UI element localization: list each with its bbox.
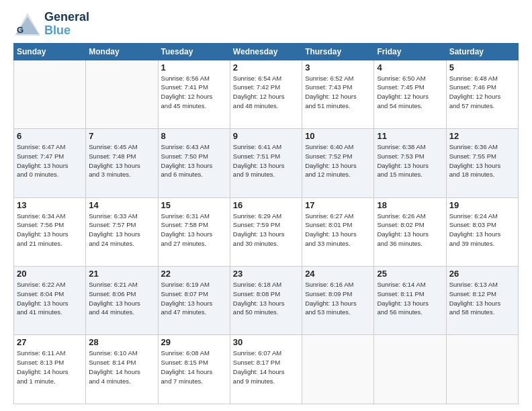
calendar-cell: 27Sunrise: 6:11 AM Sunset: 8:13 PM Dayli… bbox=[14, 335, 86, 404]
calendar-cell: 28Sunrise: 6:10 AM Sunset: 8:14 PM Dayli… bbox=[86, 335, 158, 404]
header: G General Blue bbox=[13, 11, 519, 38]
calendar-cell: 1Sunrise: 6:56 AM Sunset: 7:41 PM Daylig… bbox=[158, 60, 230, 128]
day-info: Sunrise: 6:43 AM Sunset: 7:50 PM Dayligh… bbox=[161, 142, 227, 179]
calendar-cell: 20Sunrise: 6:22 AM Sunset: 8:04 PM Dayli… bbox=[14, 267, 86, 335]
day-number: 16 bbox=[233, 200, 299, 210]
calendar-week-row: 27Sunrise: 6:11 AM Sunset: 8:13 PM Dayli… bbox=[14, 335, 519, 404]
calendar-cell: 16Sunrise: 6:29 AM Sunset: 7:59 PM Dayli… bbox=[230, 197, 302, 266]
day-info: Sunrise: 6:36 AM Sunset: 7:55 PM Dayligh… bbox=[449, 142, 515, 179]
day-info: Sunrise: 6:56 AM Sunset: 7:41 PM Dayligh… bbox=[161, 74, 227, 111]
calendar-cell bbox=[14, 60, 86, 128]
calendar-cell: 23Sunrise: 6:18 AM Sunset: 8:08 PM Dayli… bbox=[230, 267, 302, 335]
weekday-header-tuesday: Tuesday bbox=[158, 43, 230, 60]
day-info: Sunrise: 6:10 AM Sunset: 8:14 PM Dayligh… bbox=[89, 349, 154, 385]
calendar-cell: 15Sunrise: 6:31 AM Sunset: 7:58 PM Dayli… bbox=[158, 197, 230, 266]
calendar-cell: 9Sunrise: 6:41 AM Sunset: 7:51 PM Daylig… bbox=[230, 129, 302, 197]
day-number: 1 bbox=[161, 62, 227, 73]
day-info: Sunrise: 6:13 AM Sunset: 8:12 PM Dayligh… bbox=[449, 280, 515, 317]
day-info: Sunrise: 6:40 AM Sunset: 7:52 PM Dayligh… bbox=[305, 142, 371, 179]
weekday-header-row: SundayMondayTuesdayWednesdayThursdayFrid… bbox=[14, 43, 519, 60]
day-info: Sunrise: 6:33 AM Sunset: 7:57 PM Dayligh… bbox=[89, 212, 154, 248]
calendar-cell: 18Sunrise: 6:26 AM Sunset: 8:02 PM Dayli… bbox=[374, 197, 446, 266]
calendar-week-row: 6Sunrise: 6:47 AM Sunset: 7:47 PM Daylig… bbox=[14, 129, 519, 197]
calendar-cell: 7Sunrise: 6:45 AM Sunset: 7:48 PM Daylig… bbox=[86, 129, 158, 197]
day-info: Sunrise: 6:24 AM Sunset: 8:03 PM Dayligh… bbox=[449, 212, 515, 248]
day-number: 2 bbox=[233, 62, 299, 73]
calendar-cell bbox=[302, 335, 374, 404]
day-number: 21 bbox=[89, 269, 154, 279]
calendar-cell bbox=[86, 60, 158, 128]
svg-text:G: G bbox=[17, 25, 24, 35]
day-info: Sunrise: 6:29 AM Sunset: 7:59 PM Dayligh… bbox=[233, 212, 299, 248]
calendar-cell: 8Sunrise: 6:43 AM Sunset: 7:50 PM Daylig… bbox=[158, 129, 230, 197]
calendar-cell: 29Sunrise: 6:08 AM Sunset: 8:15 PM Dayli… bbox=[158, 335, 230, 404]
logo-blue-text: Blue bbox=[44, 24, 89, 38]
day-info: Sunrise: 6:22 AM Sunset: 8:04 PM Dayligh… bbox=[17, 280, 83, 317]
day-number: 10 bbox=[305, 131, 371, 141]
calendar-week-row: 1Sunrise: 6:56 AM Sunset: 7:41 PM Daylig… bbox=[14, 60, 519, 128]
day-number: 23 bbox=[233, 269, 299, 279]
day-info: Sunrise: 6:34 AM Sunset: 7:56 PM Dayligh… bbox=[17, 212, 83, 248]
day-info: Sunrise: 6:38 AM Sunset: 7:53 PM Dayligh… bbox=[377, 142, 443, 179]
calendar-cell: 24Sunrise: 6:16 AM Sunset: 8:09 PM Dayli… bbox=[302, 267, 374, 335]
day-number: 3 bbox=[305, 62, 371, 73]
day-info: Sunrise: 6:18 AM Sunset: 8:08 PM Dayligh… bbox=[233, 280, 299, 317]
day-number: 18 bbox=[377, 200, 443, 210]
day-info: Sunrise: 6:19 AM Sunset: 8:07 PM Dayligh… bbox=[161, 280, 227, 317]
logo: G General Blue bbox=[13, 11, 89, 38]
day-info: Sunrise: 6:52 AM Sunset: 7:43 PM Dayligh… bbox=[305, 74, 371, 111]
day-number: 7 bbox=[89, 131, 154, 141]
day-number: 6 bbox=[17, 131, 83, 141]
day-number: 9 bbox=[233, 131, 299, 141]
weekday-header-sunday: Sunday bbox=[14, 43, 86, 60]
day-number: 29 bbox=[161, 337, 227, 347]
day-info: Sunrise: 6:45 AM Sunset: 7:48 PM Dayligh… bbox=[89, 142, 154, 179]
weekday-header-monday: Monday bbox=[86, 43, 158, 60]
calendar-cell: 19Sunrise: 6:24 AM Sunset: 8:03 PM Dayli… bbox=[446, 197, 518, 266]
day-info: Sunrise: 6:31 AM Sunset: 7:58 PM Dayligh… bbox=[161, 212, 227, 248]
calendar-cell: 17Sunrise: 6:27 AM Sunset: 8:01 PM Dayli… bbox=[302, 197, 374, 266]
day-number: 25 bbox=[377, 269, 443, 279]
day-number: 11 bbox=[377, 131, 443, 141]
calendar-cell bbox=[374, 335, 446, 404]
calendar-cell: 11Sunrise: 6:38 AM Sunset: 7:53 PM Dayli… bbox=[374, 129, 446, 197]
day-number: 24 bbox=[305, 269, 371, 279]
day-info: Sunrise: 6:50 AM Sunset: 7:45 PM Dayligh… bbox=[377, 74, 443, 111]
day-number: 5 bbox=[449, 62, 515, 73]
calendar-cell: 4Sunrise: 6:50 AM Sunset: 7:45 PM Daylig… bbox=[374, 60, 446, 128]
weekday-header-friday: Friday bbox=[374, 43, 446, 60]
weekday-header-thursday: Thursday bbox=[302, 43, 374, 60]
day-number: 15 bbox=[161, 200, 227, 210]
calendar-cell: 21Sunrise: 6:21 AM Sunset: 8:06 PM Dayli… bbox=[86, 267, 158, 335]
calendar-cell: 22Sunrise: 6:19 AM Sunset: 8:07 PM Dayli… bbox=[158, 267, 230, 335]
calendar-cell: 10Sunrise: 6:40 AM Sunset: 7:52 PM Dayli… bbox=[302, 129, 374, 197]
calendar-cell: 30Sunrise: 6:07 AM Sunset: 8:17 PM Dayli… bbox=[230, 335, 302, 404]
day-number: 14 bbox=[89, 200, 154, 210]
calendar-cell: 13Sunrise: 6:34 AM Sunset: 7:56 PM Dayli… bbox=[14, 197, 86, 266]
logo-general-text: General bbox=[44, 11, 89, 24]
day-number: 17 bbox=[305, 200, 371, 210]
day-info: Sunrise: 6:47 AM Sunset: 7:47 PM Dayligh… bbox=[17, 142, 83, 179]
weekday-header-saturday: Saturday bbox=[446, 43, 518, 60]
day-number: 20 bbox=[17, 269, 83, 279]
calendar-week-row: 13Sunrise: 6:34 AM Sunset: 7:56 PM Dayli… bbox=[14, 197, 519, 266]
calendar-cell: 25Sunrise: 6:14 AM Sunset: 8:11 PM Dayli… bbox=[374, 267, 446, 335]
calendar-cell: 12Sunrise: 6:36 AM Sunset: 7:55 PM Dayli… bbox=[446, 129, 518, 197]
calendar-cell: 14Sunrise: 6:33 AM Sunset: 7:57 PM Dayli… bbox=[86, 197, 158, 266]
day-info: Sunrise: 6:26 AM Sunset: 8:02 PM Dayligh… bbox=[377, 212, 443, 248]
calendar-cell: 3Sunrise: 6:52 AM Sunset: 7:43 PM Daylig… bbox=[302, 60, 374, 128]
calendar-cell: 26Sunrise: 6:13 AM Sunset: 8:12 PM Dayli… bbox=[446, 267, 518, 335]
day-info: Sunrise: 6:11 AM Sunset: 8:13 PM Dayligh… bbox=[17, 349, 83, 385]
day-number: 12 bbox=[449, 131, 515, 141]
day-number: 26 bbox=[449, 269, 515, 279]
day-number: 27 bbox=[17, 337, 83, 347]
day-info: Sunrise: 6:54 AM Sunset: 7:42 PM Dayligh… bbox=[233, 74, 299, 111]
calendar-cell: 2Sunrise: 6:54 AM Sunset: 7:42 PM Daylig… bbox=[230, 60, 302, 128]
day-number: 28 bbox=[89, 337, 154, 347]
day-info: Sunrise: 6:08 AM Sunset: 8:15 PM Dayligh… bbox=[161, 349, 227, 385]
day-info: Sunrise: 6:41 AM Sunset: 7:51 PM Dayligh… bbox=[233, 142, 299, 179]
page: G General Blue SundayMondayTuesdayWednes… bbox=[0, 0, 532, 411]
calendar-week-row: 20Sunrise: 6:22 AM Sunset: 8:04 PM Dayli… bbox=[14, 267, 519, 335]
calendar-cell: 5Sunrise: 6:48 AM Sunset: 7:46 PM Daylig… bbox=[446, 60, 518, 128]
weekday-header-wednesday: Wednesday bbox=[230, 43, 302, 60]
